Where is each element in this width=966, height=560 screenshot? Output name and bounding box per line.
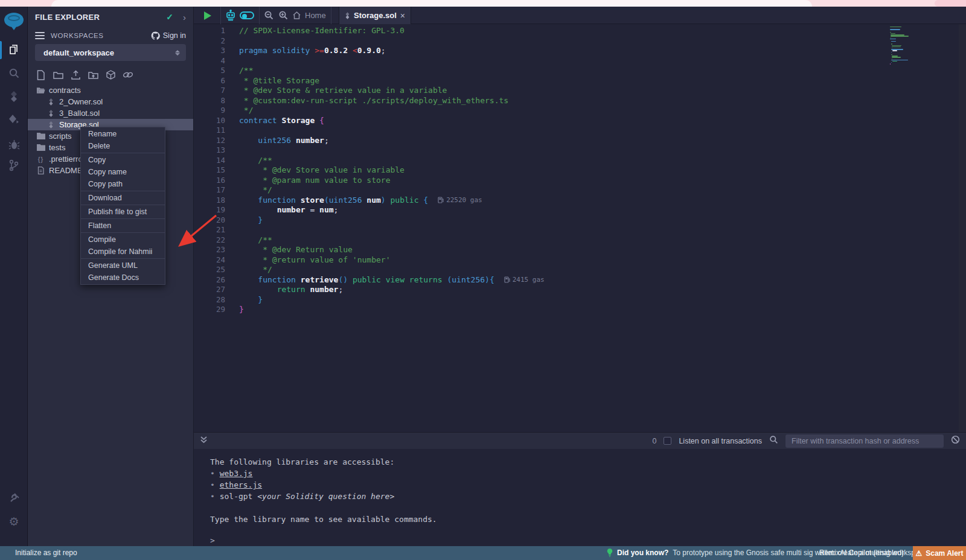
plugin-manager-icon[interactable] bbox=[0, 489, 28, 506]
menu-item-compile-for-nahmii[interactable]: Compile for Nahmii bbox=[81, 246, 165, 258]
workspace-menu-icon[interactable] bbox=[35, 32, 45, 39]
code-line-23: 23 * @dev Return value bbox=[194, 245, 966, 255]
code-editor[interactable]: 1// SPDX-License-Identifier: GPL-3.023pr… bbox=[194, 24, 966, 432]
line-number: 24 bbox=[194, 255, 225, 266]
browser-edge-highlight bbox=[51, 0, 812, 7]
tree-item-label: contracts bbox=[49, 86, 81, 95]
import-link-icon[interactable] bbox=[123, 69, 133, 80]
line-number: 22 bbox=[194, 235, 225, 246]
settings-gear-icon[interactable]: ⚙ bbox=[0, 513, 28, 530]
editor-tab-bar: Home Storage.sol × bbox=[194, 7, 966, 24]
zoom-in-icon[interactable] bbox=[278, 7, 289, 24]
line-number: 10 bbox=[194, 116, 225, 126]
code-text: /** bbox=[225, 235, 272, 246]
editor-minimap[interactable] bbox=[890, 27, 958, 65]
terminal-line: • ethers.js bbox=[210, 479, 966, 491]
terminal-line: • sol-gpt <your Solidity question here> bbox=[210, 491, 966, 502]
debugger-icon[interactable] bbox=[0, 136, 28, 153]
sign-in-label: Sign in bbox=[163, 31, 186, 40]
upload-file-icon[interactable] bbox=[70, 69, 81, 80]
status-bar: Initialize as git repo Did you know? To … bbox=[0, 546, 966, 560]
tree-item-2-owner-sol[interactable]: 2_Owner.sol bbox=[28, 96, 193, 107]
code-text: * @title Storage bbox=[225, 76, 319, 86]
tree-item-label: tests bbox=[49, 143, 65, 152]
line-number: 5 bbox=[194, 66, 225, 76]
code-text: /** bbox=[225, 156, 272, 166]
line-number: 12 bbox=[194, 136, 225, 146]
browser-edge-strip bbox=[0, 0, 966, 7]
terminal-output[interactable]: The following libraries are accessible:•… bbox=[194, 449, 966, 546]
zoom-out-icon[interactable] bbox=[264, 7, 274, 24]
code-text: */ bbox=[225, 106, 253, 116]
tree-item-contracts[interactable]: contracts bbox=[28, 84, 193, 96]
menu-item-copy-path[interactable]: Copy path bbox=[81, 178, 165, 190]
editor-scrollbar[interactable] bbox=[959, 24, 966, 432]
code-line-4: 4 bbox=[194, 56, 966, 66]
menu-item-copy[interactable]: Copy bbox=[81, 154, 165, 166]
menu-item-delete[interactable]: Delete bbox=[81, 140, 165, 152]
menu-item-rename[interactable]: Rename bbox=[81, 128, 165, 140]
line-number: 19 bbox=[194, 205, 225, 215]
remix-logo-icon[interactable] bbox=[3, 10, 25, 31]
menu-item-generate-docs[interactable]: Generate Docs bbox=[81, 272, 165, 284]
code-line-14: 14 /** bbox=[194, 156, 966, 166]
transaction-filter-input[interactable] bbox=[785, 434, 944, 448]
menu-item-flatten[interactable]: Flatten bbox=[81, 220, 165, 232]
code-line-11: 11 bbox=[194, 126, 966, 136]
git-icon[interactable] bbox=[0, 157, 28, 174]
code-line-20: 20 } bbox=[194, 215, 966, 226]
play-icon bbox=[204, 11, 211, 20]
tab-home[interactable]: Home bbox=[292, 7, 326, 24]
code-line-1: 1// SPDX-License-Identifier: GPL-3.0 bbox=[194, 26, 966, 36]
menu-item-generate-uml[interactable]: Generate UML bbox=[81, 259, 165, 272]
terminal-library-link[interactable]: web3.js bbox=[220, 469, 253, 478]
warning-icon: ⚠ bbox=[915, 549, 922, 558]
github-sign-in[interactable]: Sign in bbox=[151, 31, 186, 40]
run-script-button[interactable] bbox=[204, 7, 211, 24]
code-lines: 1// SPDX-License-Identifier: GPL-3.023pr… bbox=[194, 26, 966, 315]
git-init-button[interactable]: Initialize as git repo bbox=[15, 549, 77, 557]
line-number: 13 bbox=[194, 145, 225, 156]
code-line-8: 8 * @custom:dev-run-script ./scripts/dep… bbox=[194, 96, 966, 106]
scam-alert-button[interactable]: ⚠ Scam Alert bbox=[913, 546, 966, 560]
tab-storage-sol[interactable]: Storage.sol × bbox=[339, 7, 411, 24]
line-number: 26 bbox=[194, 275, 225, 285]
code-text bbox=[225, 56, 239, 66]
menu-item-publish-file-to-gist[interactable]: Publish file to gist bbox=[81, 206, 165, 218]
solidity-file-icon bbox=[345, 11, 350, 20]
terminal-library-link[interactable]: ethers.js bbox=[220, 480, 262, 489]
code-text bbox=[225, 225, 239, 235]
search-icon[interactable] bbox=[0, 65, 28, 81]
terminal-collapse-icon[interactable] bbox=[200, 436, 208, 447]
terminal-prompt[interactable]: > bbox=[210, 535, 966, 546]
workspace-select[interactable]: default_workspace bbox=[35, 44, 186, 61]
menu-item-download[interactable]: Download bbox=[81, 192, 165, 204]
close-tab-icon[interactable]: × bbox=[400, 11, 405, 20]
solidity-compiler-icon[interactable] bbox=[0, 88, 28, 105]
code-text: // SPDX-License-Identifier: GPL-3.0 bbox=[225, 26, 405, 36]
menu-item-compile[interactable]: Compile bbox=[81, 234, 165, 246]
code-text bbox=[225, 36, 239, 46]
code-text: function store(uint256 num) public { bbox=[225, 196, 428, 206]
line-number: 7 bbox=[194, 86, 225, 96]
upload-folder-icon[interactable] bbox=[88, 69, 98, 80]
new-file-icon[interactable] bbox=[35, 69, 46, 80]
tree-item-3-ballot-sol[interactable]: 3_Ballot.sol bbox=[28, 107, 193, 119]
copilot-status[interactable]: RemixAI Copilot (enabled) bbox=[819, 549, 904, 557]
new-folder-icon[interactable] bbox=[53, 69, 63, 80]
line-number: 1 bbox=[194, 26, 225, 36]
chevron-right-icon[interactable]: › bbox=[183, 12, 186, 22]
listen-transactions-label: Listen on all transactions bbox=[679, 437, 762, 445]
listen-transactions-checkbox[interactable] bbox=[664, 437, 671, 445]
file-explorer-icon[interactable] bbox=[0, 42, 28, 59]
code-text: } bbox=[225, 305, 244, 315]
copilot-toggle[interactable] bbox=[240, 7, 254, 24]
deploy-run-icon[interactable] bbox=[0, 112, 28, 129]
remixai-robot-icon[interactable] bbox=[225, 7, 237, 24]
code-text: number = num; bbox=[225, 205, 338, 215]
file-explorer-panel: FILE EXPLORER ✓ › WORKSPACES Sign in def… bbox=[28, 7, 193, 546]
terminal-search-icon[interactable] bbox=[769, 435, 778, 447]
import-ipfs-box-icon[interactable] bbox=[105, 69, 116, 80]
clear-console-icon[interactable] bbox=[951, 435, 960, 447]
menu-item-copy-name[interactable]: Copy name bbox=[81, 166, 165, 178]
